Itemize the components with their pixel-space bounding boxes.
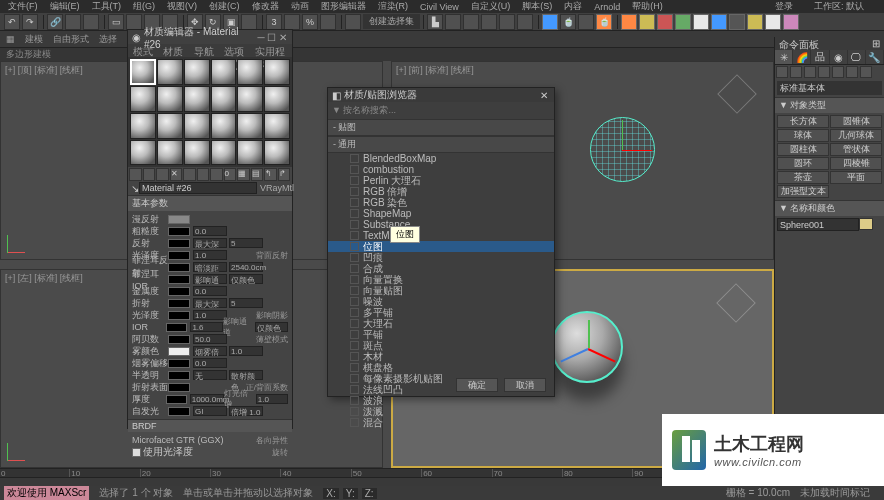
object-color-chip[interactable]	[859, 218, 873, 230]
hierarchy-tab[interactable]: 品	[811, 50, 829, 64]
color-swatch[interactable]	[168, 275, 190, 284]
material-slot[interactable]	[211, 113, 237, 139]
map-item[interactable]: 合成	[328, 263, 554, 274]
material-slot[interactable]	[184, 113, 210, 139]
map-item[interactable]: Substance	[328, 219, 554, 230]
primitive-button[interactable]: 四棱锥	[830, 157, 882, 170]
ribbon-icon[interactable]: ▦	[6, 34, 15, 44]
bind-button[interactable]	[83, 14, 99, 30]
angle-snap-button[interactable]	[284, 14, 300, 30]
menu-views[interactable]: 视图(V)	[167, 0, 197, 13]
go-parent-button[interactable]: ↰	[264, 168, 277, 181]
menu-help[interactable]: 帮助(H)	[632, 0, 663, 13]
search-row[interactable]: ▼ 按名称搜索...	[328, 102, 554, 119]
primitive-button[interactable]: 几何球体	[830, 129, 882, 142]
shapes-subtab[interactable]	[790, 66, 802, 78]
vp-left-label[interactable]: [+] [左] [标准] [线框]	[5, 272, 83, 285]
maxscript-listener[interactable]: 欢迎使用 MAXScr	[4, 486, 89, 500]
material-slot[interactable]	[264, 113, 290, 139]
material-editor-button[interactable]	[542, 14, 558, 30]
map-item[interactable]: 斑点	[328, 340, 554, 351]
material-slot[interactable]	[237, 140, 263, 166]
mat-editor-titlebar[interactable]: ◉ 材质编辑器 - Material #26 ─ ☐ ✕	[128, 30, 292, 44]
spinner[interactable]: 最大深度	[193, 238, 227, 248]
map-item[interactable]: 大理石	[328, 318, 554, 329]
menu-civilview[interactable]: Civil View	[420, 2, 459, 12]
material-slot[interactable]	[237, 59, 263, 85]
toggle-ribbon-button[interactable]	[481, 14, 497, 30]
color-swatch[interactable]	[168, 347, 190, 356]
map-item[interactable]: combustion	[328, 164, 554, 175]
vp-front-label[interactable]: [+] [前] [标准] [线框]	[396, 64, 474, 77]
menu-create[interactable]: 创建(C)	[209, 0, 240, 13]
material-slot[interactable]	[184, 59, 210, 85]
put-to-scene-button[interactable]	[143, 168, 156, 181]
color-swatch[interactable]	[168, 383, 190, 392]
shader-type-button[interactable]: VRayMtl	[260, 183, 294, 193]
color-swatch[interactable]	[168, 227, 190, 236]
menu-animation[interactable]: 动画	[291, 0, 309, 13]
primitive-button[interactable]: 平面	[830, 171, 882, 184]
tool-a[interactable]	[621, 14, 637, 30]
map-item[interactable]: 位图	[328, 241, 554, 252]
spinner[interactable]: 2540.0cm	[229, 262, 263, 272]
menu-scripting[interactable]: 脚本(S)	[522, 0, 552, 13]
map-item[interactable]: 平铺	[328, 329, 554, 340]
name-color-header[interactable]: ▼ 名称和颜色	[775, 201, 884, 216]
select-button[interactable]: ▭	[108, 14, 124, 30]
spinner[interactable]: 影响通道	[193, 274, 227, 284]
spinner[interactable]: 最大深度	[193, 298, 227, 308]
spinner[interactable]: 5	[229, 238, 263, 248]
map-item[interactable]: ShapeMap	[328, 208, 554, 219]
material-slot[interactable]	[130, 59, 156, 85]
login-link[interactable]: 登录	[775, 1, 793, 11]
menu-content[interactable]: 内容	[564, 0, 582, 13]
modify-tab[interactable]: 🌈	[793, 50, 811, 64]
cancel-button[interactable]: 取消	[504, 378, 546, 392]
vp-top-label[interactable]: [+] [顶] [标准] [线框]	[5, 64, 83, 77]
material-slot[interactable]	[211, 86, 237, 112]
lights-subtab[interactable]	[804, 66, 816, 78]
link-button[interactable]: 🔗	[47, 14, 63, 30]
close-button[interactable]: ✕	[538, 90, 550, 101]
color-swatch[interactable]	[168, 335, 190, 344]
material-slot[interactable]	[157, 59, 183, 85]
map-item[interactable]: 多平铺	[328, 307, 554, 318]
selection-set-dropdown[interactable]: 创建选择集	[363, 14, 420, 29]
spinner[interactable]: 1.0	[193, 310, 227, 320]
color-swatch[interactable]	[168, 215, 190, 224]
spinner[interactable]: 仅颜色	[229, 274, 263, 284]
align-button[interactable]	[445, 14, 461, 30]
tool-c[interactable]	[657, 14, 673, 30]
percent-snap-button[interactable]: %	[302, 14, 318, 30]
redo-button[interactable]: ↷	[22, 14, 38, 30]
primitive-button[interactable]: 圆柱体	[777, 143, 829, 156]
spinner[interactable]: 暗淡距离	[193, 262, 227, 272]
brdf-model[interactable]: Microfacet GTR (GGX)	[132, 435, 224, 445]
coord-y[interactable]: Y:	[343, 488, 358, 499]
systems-subtab[interactable]	[860, 66, 872, 78]
primitive-button[interactable]: 球体	[777, 129, 829, 142]
time-ruler[interactable]: 0102030405060708090100	[0, 468, 774, 478]
undo-button[interactable]: ↶	[4, 14, 20, 30]
material-slot[interactable]	[211, 140, 237, 166]
material-name-input[interactable]	[139, 182, 257, 194]
material-slot[interactable]	[130, 140, 156, 166]
coord-x[interactable]: X:	[323, 488, 338, 499]
map-item[interactable]: 波浪	[328, 395, 554, 406]
color-swatch[interactable]	[166, 323, 187, 332]
map-item[interactable]: 向量置换	[328, 274, 554, 285]
material-slot[interactable]	[157, 140, 183, 166]
render-button[interactable]: 🍵	[596, 14, 612, 30]
minimize-button[interactable]: ─	[256, 32, 267, 43]
map-item[interactable]: 混合	[328, 417, 554, 428]
get-material-button[interactable]	[129, 168, 142, 181]
material-slot[interactable]	[264, 59, 290, 85]
pick-icon[interactable]: ↘	[131, 183, 139, 194]
browser-titlebar[interactable]: ◧ 材质/贴图浏览器 ✕	[328, 88, 554, 102]
color-swatch[interactable]	[168, 251, 190, 260]
tool-d[interactable]	[675, 14, 691, 30]
color-swatch[interactable]	[168, 371, 190, 380]
motion-tab[interactable]: ◉	[830, 50, 848, 64]
maximize-button[interactable]: ☐	[266, 32, 277, 43]
